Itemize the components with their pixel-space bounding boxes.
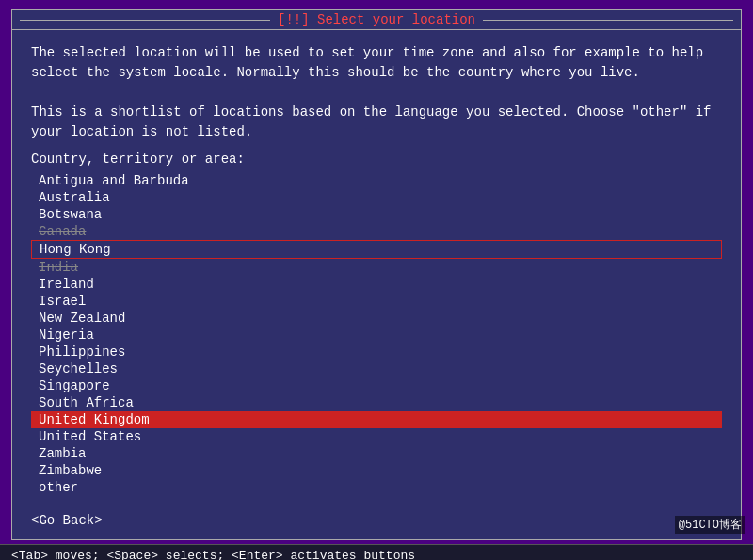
- list-item[interactable]: Antigua and Barbuda: [31, 172, 722, 189]
- list-item[interactable]: India: [31, 259, 722, 276]
- list-item[interactable]: Ireland: [31, 276, 722, 293]
- desc-line5: your location is not listed.: [31, 122, 722, 142]
- country-list: Antigua and BarbudaAustraliaBotswanaCana…: [31, 172, 722, 496]
- list-item[interactable]: Nigeria: [31, 327, 722, 344]
- country-list-container[interactable]: Antigua and BarbudaAustraliaBotswanaCana…: [31, 172, 722, 496]
- list-item[interactable]: Seychelles: [31, 360, 722, 377]
- dialog-content: The selected location will be used to se…: [12, 30, 741, 505]
- country-label: Country, territory or area:: [31, 152, 722, 167]
- list-item[interactable]: Israel: [31, 293, 722, 310]
- dialog-title: [!!] Select your location: [278, 12, 475, 27]
- watermark: @51CTO博客: [675, 516, 745, 534]
- list-item[interactable]: Australia: [31, 189, 722, 206]
- list-item[interactable]: Botswana: [31, 206, 722, 223]
- list-item[interactable]: Zambia: [31, 445, 722, 462]
- list-item[interactable]: Zimbabwe: [31, 462, 722, 479]
- list-item[interactable]: United Kingdom: [31, 411, 722, 428]
- go-back-button[interactable]: <Go Back>: [31, 513, 103, 528]
- list-item[interactable]: New Zealand: [31, 310, 722, 327]
- description-block: The selected location will be used to se…: [31, 43, 722, 142]
- go-back-area: <Go Back>: [12, 505, 741, 539]
- desc-line4: This is a shortlist of locations based o…: [31, 103, 722, 122]
- status-text: <Tab> moves; <Space> selects; <Enter> ac…: [11, 549, 415, 560]
- title-right-dashes: [483, 20, 733, 21]
- list-item[interactable]: South Africa: [31, 394, 722, 411]
- desc-line2: select the system locale. Normally this …: [31, 63, 722, 83]
- status-bar: <Tab> moves; <Space> selects; <Enter> ac…: [0, 544, 753, 560]
- list-item[interactable]: Philippines: [31, 344, 722, 360]
- list-item[interactable]: Canada: [31, 223, 722, 240]
- list-item[interactable]: United States: [31, 428, 722, 445]
- title-left-dashes: [20, 20, 270, 21]
- title-bar: [!!] Select your location: [12, 10, 741, 30]
- desc-line3: [31, 83, 722, 103]
- outer-wrapper: [!!] Select your location The selected l…: [0, 0, 753, 544]
- list-item[interactable]: other: [31, 479, 722, 496]
- list-item[interactable]: Singapore: [31, 377, 722, 394]
- list-item[interactable]: Hong Kong: [31, 240, 722, 259]
- dialog-box: [!!] Select your location The selected l…: [11, 9, 742, 540]
- desc-line1: The selected location will be used to se…: [31, 43, 722, 63]
